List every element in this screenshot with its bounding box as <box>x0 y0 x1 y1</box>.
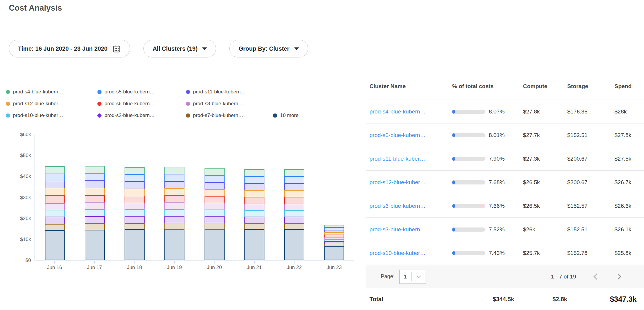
cluster-name-link[interactable]: prod-s6-blue-kubern… <box>370 203 426 209</box>
bar-segment[interactable] <box>284 217 304 224</box>
bar-segment[interactable] <box>205 216 225 223</box>
bar-segment[interactable] <box>244 176 264 184</box>
bar-segment[interactable] <box>244 210 264 217</box>
bar-segment[interactable] <box>85 166 105 174</box>
bar-segment[interactable] <box>125 216 145 224</box>
page-select[interactable]: 1 <box>399 270 426 284</box>
next-page-icon[interactable] <box>615 273 621 280</box>
bar-segment[interactable] <box>125 209 145 217</box>
bar-segment[interactable] <box>45 188 65 196</box>
bar-segment[interactable] <box>125 196 145 203</box>
bar-segment[interactable] <box>125 181 145 189</box>
time-range-filter[interactable]: Time: 16 Jun 2020 - 23 Jun 2020 <box>9 40 130 57</box>
previous-page-icon[interactable] <box>594 273 600 280</box>
bar-segment[interactable] <box>205 182 225 190</box>
clusters-filter-dropdown[interactable]: All Clusters (19) <box>143 40 216 57</box>
bar-segment[interactable] <box>205 203 225 210</box>
legend-item[interactable]: 10 more <box>273 113 298 118</box>
bar-segment[interactable] <box>125 174 145 182</box>
pct-progress-fill <box>452 157 455 161</box>
bar-segment[interactable] <box>284 229 304 260</box>
bar-segment[interactable] <box>164 181 184 189</box>
bar-segment[interactable] <box>85 230 105 260</box>
stacked-bar-jun-23 <box>324 225 344 260</box>
legend-item[interactable]: prod-s2-blue-kubern… <box>97 113 186 118</box>
bar-segment[interactable] <box>324 246 344 260</box>
cluster-name-link[interactable]: prod-s10-blue-kuber… <box>370 250 426 256</box>
pct-value: 7.90% <box>489 156 505 162</box>
bar-segment[interactable] <box>85 188 105 196</box>
bar-segment[interactable] <box>125 223 145 230</box>
bar-segment[interactable] <box>205 189 225 197</box>
bar-segment[interactable] <box>205 175 225 183</box>
legend-item[interactable]: prod-s4-blue-kubern… <box>6 89 97 95</box>
bar-segment[interactable] <box>205 210 225 217</box>
bar-segment[interactable] <box>85 216 105 224</box>
bar-segment[interactable] <box>284 204 304 211</box>
bar-segment[interactable] <box>284 223 304 230</box>
bar-segment[interactable] <box>284 210 304 217</box>
bar-segment[interactable] <box>45 224 65 231</box>
bar-segment[interactable] <box>85 209 105 217</box>
bar-segment[interactable] <box>244 229 264 260</box>
time-range-label: Time: 16 Jun 2020 - 23 Jun 2020 <box>18 45 107 52</box>
cluster-name-link[interactable]: prod-s4-blue-kubern… <box>370 108 426 115</box>
legend-item[interactable]: prod-s11-blue-kubern… <box>186 89 273 95</box>
legend-item[interactable]: prod-s5-blue-kubern… <box>97 89 186 95</box>
bar-segment[interactable] <box>244 204 264 211</box>
y-tick-label: $30k <box>0 195 31 201</box>
bar-segment[interactable] <box>125 229 145 260</box>
bar-segment[interactable] <box>164 195 184 203</box>
bar-segment[interactable] <box>244 217 264 224</box>
bar-segment[interactable] <box>45 217 65 224</box>
legend-item[interactable]: prod-s10-blue-kuber… <box>6 113 97 118</box>
bar-segment[interactable] <box>85 180 105 188</box>
group-by-dropdown[interactable]: Group By: Cluster <box>229 40 308 57</box>
bar-segment[interactable] <box>164 188 184 196</box>
legend-item[interactable]: prod-s12-blue-kuber… <box>6 101 97 107</box>
bar-segment[interactable] <box>164 167 184 174</box>
legend-item[interactable]: prod-s3-blue-kubern… <box>186 101 273 107</box>
bar-segment[interactable] <box>85 202 105 210</box>
cluster-name-link[interactable]: prod-s3-blue-kubern… <box>370 226 426 233</box>
bar-segment[interactable] <box>164 209 184 217</box>
bar-segment[interactable] <box>85 223 105 230</box>
bar-segment[interactable] <box>244 190 264 197</box>
bar-segment[interactable] <box>45 230 65 260</box>
legend-item[interactable]: prod-s6-blue-kubern… <box>97 101 186 107</box>
bar-segment[interactable] <box>164 223 184 230</box>
bar-segment[interactable] <box>45 195 65 204</box>
bar-segment[interactable] <box>205 223 225 230</box>
bar-segment[interactable] <box>164 216 184 224</box>
bar-segment[interactable] <box>284 183 304 191</box>
bar-segment[interactable] <box>45 210 65 217</box>
bar-segment[interactable] <box>284 169 304 177</box>
bar-segment[interactable] <box>125 167 145 175</box>
bar-segment[interactable] <box>205 168 225 176</box>
bar-segment[interactable] <box>284 197 304 204</box>
bar-segment[interactable] <box>45 203 65 210</box>
bar-segment[interactable] <box>244 223 264 230</box>
cluster-name-link[interactable]: prod-s5-blue-kubern… <box>370 132 426 138</box>
bar-segment[interactable] <box>284 176 304 184</box>
bar-segment[interactable] <box>125 203 145 210</box>
bar-segment[interactable] <box>45 166 65 174</box>
bar-segment[interactable] <box>125 189 145 196</box>
cluster-name-link[interactable]: prod-s12-blue-kuber… <box>370 179 426 185</box>
bar-segment[interactable] <box>45 181 65 188</box>
bar-segment[interactable] <box>164 174 184 182</box>
legend-item[interactable]: prod-s7-blue-kubern… <box>186 113 273 118</box>
bar-segment[interactable] <box>244 169 264 177</box>
bar-segment[interactable] <box>284 190 304 197</box>
bar-segment[interactable] <box>205 229 225 260</box>
bar-segment[interactable] <box>164 202 184 210</box>
cluster-name-link[interactable]: prod-s11-blue-kuber… <box>370 156 425 162</box>
bar-segment[interactable] <box>244 197 264 204</box>
bar-segment[interactable] <box>85 173 105 181</box>
bar-segment[interactable] <box>205 196 225 203</box>
bar-segment[interactable] <box>244 183 264 191</box>
compute-value: $27.3k <box>523 156 567 162</box>
bar-segment[interactable] <box>85 195 105 203</box>
bar-segment[interactable] <box>164 229 184 260</box>
bar-segment[interactable] <box>45 174 65 181</box>
